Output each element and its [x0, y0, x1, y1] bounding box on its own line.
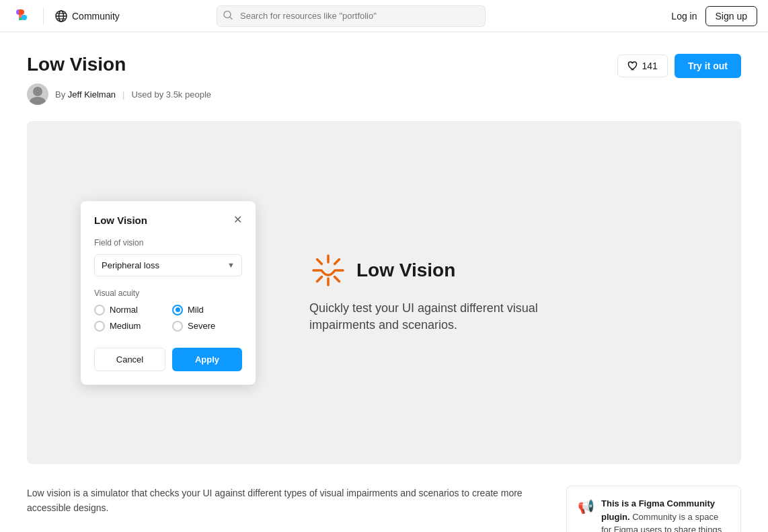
header-divider	[43, 8, 44, 24]
radio-medium-circle	[94, 321, 105, 332]
field-of-vision-dropdown[interactable]: Peripheral loss ▼	[94, 254, 242, 276]
signup-button[interactable]: Sign up	[705, 6, 757, 26]
plugin-logo-icon	[309, 252, 347, 289]
header: Community Log in Sign up	[0, 0, 768, 32]
radio-normal-circle	[94, 305, 105, 315]
dialog-header: Low Vision ✕	[94, 215, 242, 226]
page-title: Low Vision	[27, 54, 211, 75]
radio-severe-label: Severe	[188, 321, 215, 331]
svg-point-1	[22, 15, 27, 20]
radio-severe-circle	[172, 321, 183, 332]
dropdown-value: Peripheral loss	[102, 260, 159, 270]
preview-area: Low Vision ✕ Field of vision Peripheral …	[27, 121, 741, 464]
chevron-down-icon: ▼	[227, 261, 235, 269]
plugin-info-panel: Low Vision Quickly test your UI against …	[309, 252, 551, 334]
figma-notice-content: This is a Figma Community plugin. Commun…	[601, 497, 730, 532]
plugin-tagline: Quickly test your UI against different v…	[309, 300, 551, 334]
author-prefix: By	[55, 89, 65, 100]
dialog-buttons: Cancel Apply	[94, 348, 242, 371]
used-by-label: Used by 3.5k people	[131, 89, 211, 100]
main-content: Low Vision By Jeff Kielman | Used by 3.5…	[0, 32, 768, 532]
figma-community-notice: 📢 This is a Figma Community plugin. Comm…	[566, 486, 741, 532]
plugin-title-area: Low Vision By Jeff Kielman | Used by 3.5…	[27, 54, 741, 105]
svg-line-8	[230, 17, 232, 19]
svg-line-18	[317, 276, 322, 281]
figma-logo[interactable]	[11, 5, 32, 27]
apply-button[interactable]: Apply	[172, 348, 242, 371]
field-of-vision-label: Field of vision	[94, 238, 242, 248]
dialog-title: Low Vision	[94, 215, 147, 226]
search-bar	[217, 5, 486, 27]
community-label: Community	[72, 11, 120, 22]
author-link[interactable]: Jeff Kielman	[68, 89, 116, 100]
like-button[interactable]: 141	[617, 54, 668, 77]
radio-medium-label: Medium	[110, 321, 141, 331]
description-text: Low vision is a simulator that checks yo…	[27, 486, 550, 516]
svg-line-15	[317, 259, 322, 264]
svg-line-17	[335, 259, 340, 264]
plugin-title-left: Low Vision By Jeff Kielman | Used by 3.5…	[27, 54, 211, 105]
radio-normal-label: Normal	[110, 305, 138, 315]
plugin-meta: By Jeff Kielman | Used by 3.5k people	[27, 83, 211, 105]
radio-mild[interactable]: Mild	[172, 305, 242, 315]
svg-point-10	[30, 97, 46, 105]
cancel-button[interactable]: Cancel	[94, 348, 165, 371]
svg-point-9	[33, 87, 42, 96]
brand-name: Low Vision	[356, 260, 455, 281]
visual-acuity-label: Visual acuity	[94, 289, 242, 298]
plugin-brand: Low Vision	[309, 252, 551, 289]
radio-normal[interactable]: Normal	[94, 305, 164, 315]
heart-icon	[627, 61, 638, 71]
close-icon[interactable]: ✕	[233, 215, 242, 225]
dialog-card: Low Vision ✕ Field of vision Peripheral …	[81, 201, 256, 385]
login-button[interactable]: Log in	[671, 11, 697, 22]
radio-mild-label: Mild	[188, 305, 204, 315]
like-count: 141	[642, 61, 658, 71]
search-input[interactable]	[217, 5, 486, 27]
avatar	[27, 83, 48, 105]
radio-severe[interactable]: Severe	[172, 321, 242, 332]
try-it-out-button[interactable]: Try it out	[675, 54, 741, 78]
megaphone-icon: 📢	[578, 498, 594, 532]
search-icon	[223, 10, 233, 22]
community-nav[interactable]: Community	[54, 9, 120, 23]
radio-mild-circle	[172, 305, 183, 315]
plugin-title-right: 141 Try it out	[617, 54, 741, 78]
header-actions: Log in Sign up	[671, 6, 757, 26]
svg-line-16	[335, 276, 340, 281]
radio-group: Normal Mild Medium Severe	[94, 305, 242, 332]
globe-icon	[54, 9, 68, 23]
author-label: By Jeff Kielman	[55, 89, 116, 100]
description-area: Low vision is a simulator that checks yo…	[27, 486, 741, 532]
meta-divider: |	[122, 89, 124, 100]
radio-medium[interactable]: Medium	[94, 321, 164, 332]
